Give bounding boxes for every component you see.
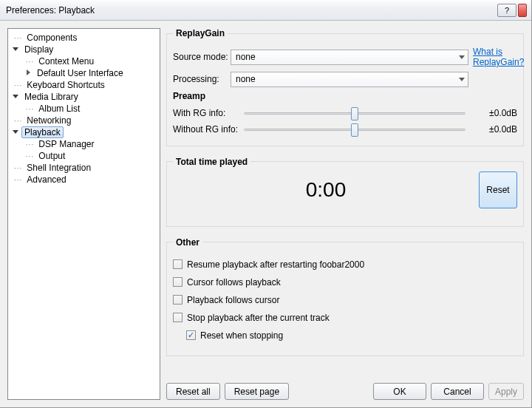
source-mode-select[interactable]: none [231,50,468,65]
other-legend: Other [173,237,202,248]
cursor-follows-checkbox[interactable] [173,277,183,287]
expand-icon[interactable] [13,129,20,136]
resume-checkbox[interactable] [173,259,183,269]
tree-item-shell-integration[interactable]: Shell Integration [24,162,94,174]
other-group: Other Resume playback after restarting f… [166,237,524,356]
with-rg-slider[interactable] [244,106,466,120]
source-mode-label: Source mode: [173,52,231,62]
chevron-down-icon [459,55,465,59]
source-mode-value: none [236,52,256,62]
without-rg-label: Without RG info: [173,124,244,135]
reset-stop-checkbox[interactable]: ✓ [186,330,196,340]
playback-follows-checkbox[interactable] [173,295,183,305]
total-time-legend: Total time played [173,157,250,167]
slider-thumb-icon[interactable] [351,107,358,120]
tree-pane: ···Components Display ···Context Menu De… [7,28,160,400]
processing-select[interactable]: none [231,72,468,87]
window-title: Preferences: Playback [6,5,95,16]
tree-item-album-list[interactable]: Album List [35,103,83,115]
titlebar: Preferences: Playback ? [0,0,531,21]
without-rg-slider[interactable] [244,122,466,137]
processing-value: none [236,74,256,84]
replaygain-group: ReplayGain Source mode: none What is Rep… [166,28,524,146]
footer-buttons: Reset all Reset page OK Cancel Apply [166,383,524,400]
replaygain-legend: ReplayGain [173,28,228,38]
close-button[interactable] [518,4,527,17]
expand-icon[interactable] [25,69,33,77]
tree-item-playback[interactable]: Playback [21,126,64,138]
chevron-down-icon [459,78,465,81]
reset-time-button[interactable]: Reset [479,171,517,208]
tree-item-output[interactable]: Output [35,150,68,162]
preferences-window: Preferences: Playback ? ···Components Di… [0,0,532,408]
settings-pane: ReplayGain Source mode: none What is Rep… [166,28,524,400]
tree-item-advanced[interactable]: Advanced [24,174,69,186]
without-rg-value: ±0.0dB [476,124,517,135]
cancel-button[interactable]: Cancel [431,383,484,400]
reset-all-button[interactable]: Reset all [166,383,220,400]
tree-item-media-library[interactable]: Media Library [21,91,81,103]
with-rg-label: With RG info: [173,108,244,118]
tree-item-display[interactable]: Display [21,44,56,55]
total-time-group: Total time played 0:00 Reset [166,157,524,227]
ok-button[interactable]: OK [373,383,426,400]
tree-item-keyboard-shortcuts[interactable]: Keyboard Shortcuts [24,79,107,91]
processing-label: Processing: [173,74,231,84]
help-button[interactable]: ? [497,4,516,17]
reset-page-button[interactable]: Reset page [225,383,289,400]
reset-stop-label: Reset when stopping [200,330,283,341]
apply-button[interactable]: Apply [488,383,524,400]
stop-after-checkbox[interactable] [173,313,183,322]
expand-icon[interactable] [13,93,20,101]
tree-item-context-menu[interactable]: Context Menu [35,55,97,67]
tree-item-dsp-manager[interactable]: DSP Manager [35,138,97,150]
tree-item-default-ui[interactable]: Default User Interface [34,67,126,79]
expand-icon[interactable] [13,46,20,53]
help-icon: ? [505,6,509,15]
titlebar-buttons: ? [497,4,527,17]
tree-item-components[interactable]: Components [24,32,80,44]
slider-thumb-icon[interactable] [351,123,358,137]
replaygain-help-link[interactable]: What is ReplayGain? [473,47,517,68]
preamp-label: Preamp [173,91,517,101]
total-time-value: 0:00 [173,178,479,202]
resume-label: Resume playback after restarting foobar2… [187,259,364,270]
cursor-follows-label: Cursor follows playback [187,277,281,288]
stop-after-label: Stop playback after the current track [187,313,330,323]
playback-follows-label: Playback follows cursor [187,295,279,305]
content: ···Components Display ···Context Menu De… [0,21,531,407]
tree-item-networking[interactable]: Networking [24,115,74,126]
with-rg-value: ±0.0dB [476,108,517,118]
